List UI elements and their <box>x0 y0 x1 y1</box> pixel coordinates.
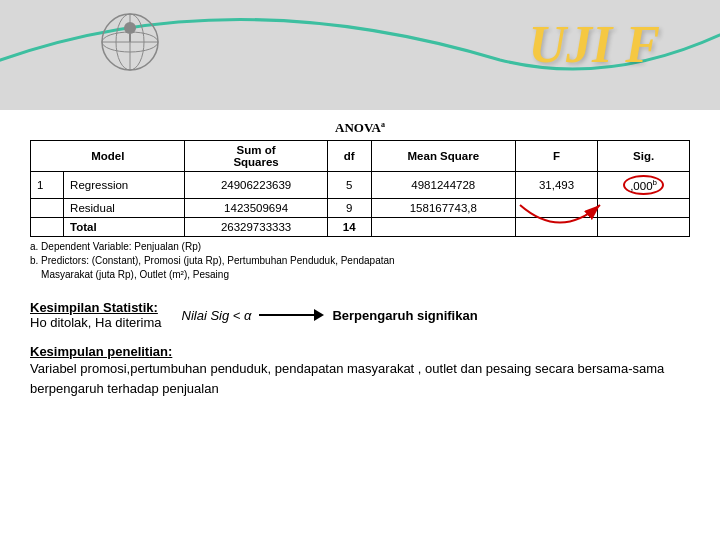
kesimpilan-text: Kesimpilan Statistik: Ho ditolak, Ha dit… <box>30 300 162 330</box>
arrow-container: Nilai Sig < α Berpengaruh signifikan <box>182 308 478 323</box>
cell-ss-residual: 1423509694 <box>185 199 327 218</box>
col-sig: Sig. <box>598 141 690 172</box>
kesimpilan-section: Kesimpilan Statistik: Ho ditolak, Ha dit… <box>30 300 690 330</box>
cell-model-num: 1 <box>31 172 64 199</box>
page-title: UJI F <box>529 15 660 74</box>
cell-sig-residual <box>598 199 690 218</box>
top-decorative-area: UJI F <box>0 0 720 110</box>
cell-regression: Regression <box>64 172 185 199</box>
cell-f-value: 31,493 <box>515 172 597 199</box>
anova-title: ANOVAa <box>30 120 690 136</box>
cell-df-regression: 5 <box>327 172 371 199</box>
kesimpulan-body: Variabel promosi,pertumbuhan penduduk, p… <box>30 359 690 399</box>
nilai-sig-text: Nilai Sig < α <box>182 308 252 323</box>
cell-ss-total: 26329733333 <box>185 218 327 237</box>
svg-point-6 <box>124 22 136 34</box>
cell-df-total: 14 <box>327 218 371 237</box>
footnote-b: b. Predictors: (Constant), Promosi (juta… <box>30 254 690 282</box>
cell-sig-total <box>598 218 690 237</box>
cell-ss-regression: 24906223639 <box>185 172 327 199</box>
anova-section: ANOVAa Model Sum ofSquares df Mean Squar… <box>30 120 690 282</box>
cell-ms-residual: 158167743,8 <box>371 199 515 218</box>
anova-superscript: a <box>381 120 385 129</box>
kesimpilan-body: Ho ditolak, Ha diterima <box>30 315 162 330</box>
table-row: Total 26329733333 14 <box>31 218 690 237</box>
table-footnotes: a. Dependent Variable: Penjualan (Rp) b.… <box>30 240 690 282</box>
berpengaruh-text: Berpengaruh signifikan <box>332 308 477 323</box>
kesimpilan-title: Kesimpilan Statistik: <box>30 300 158 315</box>
arrow-visual <box>259 309 324 321</box>
col-model: Model <box>31 141 185 172</box>
cell-df-residual: 9 <box>327 199 371 218</box>
col-df: df <box>327 141 371 172</box>
kesimpulan-penelitian-section: Kesimpulan penelitian: Variabel promosi,… <box>30 344 690 399</box>
cell-f-total <box>515 218 597 237</box>
cell-empty-total <box>31 218 64 237</box>
cell-empty-model <box>31 199 64 218</box>
arrowhead-shape <box>314 309 324 321</box>
cell-ms-regression: 4981244728 <box>371 172 515 199</box>
table-row: Residual 1423509694 9 158167743,8 <box>31 199 690 218</box>
table-row: 1 Regression 24906223639 5 4981244728 31… <box>31 172 690 199</box>
cell-f-residual <box>515 199 597 218</box>
anova-table: Model Sum ofSquares df Mean Square F Sig… <box>30 140 690 237</box>
col-sum-squares: Sum ofSquares <box>185 141 327 172</box>
anova-label: ANOVA <box>335 120 381 135</box>
sig-highlighted: ,000b <box>623 175 664 195</box>
footnote-a: a. Dependent Variable: Penjualan (Rp) <box>30 240 690 254</box>
cell-residual: Residual <box>64 199 185 218</box>
kesimpulan-title: Kesimpulan penelitian: <box>30 344 172 359</box>
table-header-row: Model Sum ofSquares df Mean Square F Sig… <box>31 141 690 172</box>
cell-total: Total <box>64 218 185 237</box>
main-content: ANOVAa Model Sum ofSquares df Mean Squar… <box>30 110 690 520</box>
cell-ms-total <box>371 218 515 237</box>
cell-sig-value: ,000b <box>598 172 690 199</box>
arrow-line <box>259 314 314 316</box>
col-mean-square: Mean Square <box>371 141 515 172</box>
col-f: F <box>515 141 597 172</box>
